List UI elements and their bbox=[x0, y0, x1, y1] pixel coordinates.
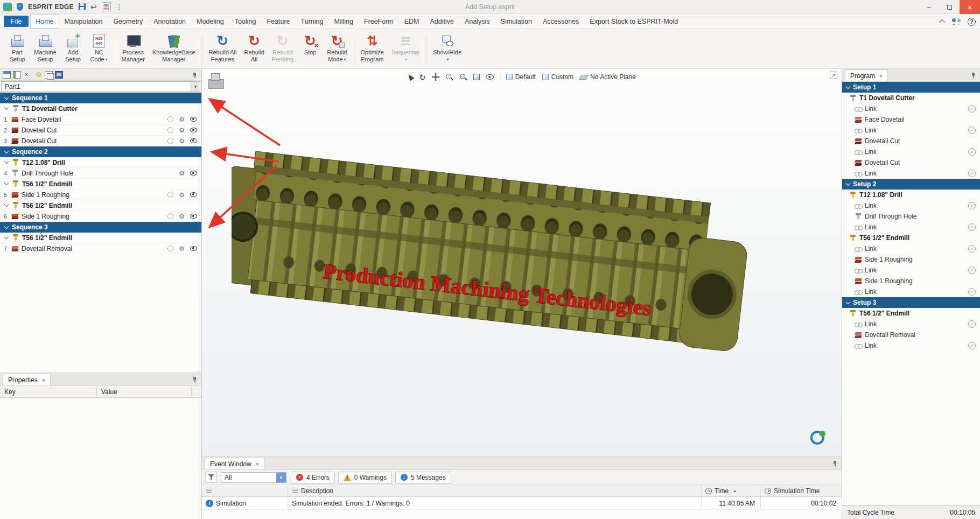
tree-row[interactable]: 3 Dovetail Cut ⚙ bbox=[0, 136, 201, 146]
tree-row[interactable]: 7 Dovetail Removal ⚙ bbox=[0, 243, 201, 254]
chevron-down-icon[interactable] bbox=[4, 106, 9, 110]
program-tree-row[interactable]: Side 1 Roughing ✓ bbox=[842, 276, 980, 286]
ribbon-button[interactable]: Stop ▾ bbox=[297, 31, 323, 68]
eye-icon[interactable] bbox=[190, 214, 197, 219]
menu-tab[interactable]: FreeForm bbox=[359, 14, 399, 29]
close-icon[interactable]: × bbox=[256, 461, 259, 467]
menu-tab[interactable]: Feature bbox=[261, 14, 295, 29]
description-column-header[interactable]: Description bbox=[288, 485, 702, 496]
source-column-header[interactable] bbox=[202, 485, 288, 496]
tolerance-circle-icon[interactable] bbox=[167, 246, 173, 251]
chevron-down-icon[interactable] bbox=[4, 202, 9, 207]
part-3d-model[interactable]: Production Machining Technologies bbox=[232, 132, 781, 369]
viewport-3d[interactable]: ↻ Default Custom No Active Plane bbox=[202, 69, 842, 457]
zoom-icon[interactable] bbox=[445, 73, 453, 81]
pan-icon[interactable] bbox=[432, 73, 439, 81]
close-view-icon[interactable]: × bbox=[23, 71, 30, 79]
gear-icon[interactable]: ⚙ bbox=[179, 138, 185, 144]
program-tree-row[interactable]: Side 1 Roughing ✓ bbox=[842, 254, 980, 265]
ribbon-button[interactable]: Rebuild Pending▾ bbox=[268, 31, 297, 68]
program-tree-row[interactable]: Setup 3 ✓ bbox=[842, 297, 980, 308]
close-icon[interactable]: × bbox=[42, 377, 45, 383]
pin-icon[interactable] bbox=[832, 460, 838, 467]
ribbon-button[interactable]: ▾ bbox=[115, 34, 115, 65]
ribbon-button[interactable]: Rebuild Mode▾ bbox=[323, 31, 351, 68]
ribbon-button[interactable]: ▾ bbox=[202, 34, 202, 65]
menu-tab[interactable]: Home bbox=[30, 14, 59, 29]
program-tree-row[interactable]: Link ✓ bbox=[842, 340, 980, 351]
chevron-down-icon[interactable]: ▾ bbox=[191, 82, 200, 92]
menu-tab[interactable]: Export Stock to ESPRIT-Mold bbox=[584, 14, 683, 29]
check-icon[interactable]: ✓ bbox=[968, 170, 976, 177]
rotate-view-icon[interactable]: ↻ bbox=[419, 73, 426, 81]
pin-icon[interactable] bbox=[971, 72, 976, 79]
program-tree-row[interactable]: Setup 2 ✓ bbox=[842, 179, 980, 190]
menu-tab[interactable]: Accessories bbox=[537, 14, 584, 29]
undo-icon[interactable]: ↩ bbox=[90, 3, 97, 11]
check-icon[interactable]: ✓ bbox=[968, 245, 976, 253]
select-cursor-icon[interactable] bbox=[407, 73, 415, 81]
menu-tab[interactable]: Modeling bbox=[191, 14, 229, 29]
eye-icon[interactable] bbox=[190, 117, 197, 122]
check-icon[interactable]: ✓ bbox=[968, 288, 976, 296]
program-tree-row[interactable]: T56 1/2" Endmill ✓ bbox=[842, 233, 980, 243]
menu-tab[interactable]: Turning bbox=[296, 14, 329, 29]
menu-tab[interactable]: Geometry bbox=[108, 14, 148, 29]
check-icon[interactable]: ✓ bbox=[968, 127, 976, 134]
ribbon-button[interactable]: ▾ bbox=[426, 34, 426, 65]
features-view-icon[interactable] bbox=[13, 71, 21, 79]
program-tree-row[interactable]: Drill Through Hole ✓ bbox=[842, 211, 980, 222]
program-tree-row[interactable]: Link ✓ bbox=[842, 243, 980, 254]
gear-icon[interactable]: ⚙ bbox=[179, 192, 185, 198]
gear-icon[interactable]: ⚙ bbox=[179, 127, 185, 134]
program-tree-row[interactable]: Link ✓ bbox=[842, 286, 980, 297]
tree-row[interactable]: 4 Drill Through Hole ⚙ bbox=[0, 168, 201, 179]
chevron-down-icon[interactable] bbox=[4, 159, 9, 164]
ribbon-button[interactable]: N35 N40 NC Code▾ bbox=[86, 31, 112, 68]
chevron-down-icon[interactable] bbox=[4, 95, 9, 99]
ribbon-button[interactable]: Show/Hide ▾ bbox=[429, 31, 465, 68]
save-icon[interactable] bbox=[79, 3, 86, 10]
eye-icon[interactable] bbox=[190, 138, 197, 143]
tab-properties[interactable]: Properties × bbox=[3, 374, 51, 385]
tree-row[interactable]: T12 1.08" Drill ⚙ bbox=[0, 157, 201, 168]
event-filter-select[interactable]: All ▾ bbox=[221, 472, 286, 483]
maximize-button[interactable] bbox=[939, 0, 960, 14]
tools-view-icon[interactable]: ⚙ bbox=[34, 71, 43, 79]
ribbon-button[interactable]: Optimize Program▾ bbox=[357, 31, 388, 68]
event-filter-badge[interactable]: 0 Warnings bbox=[338, 472, 392, 483]
tree-row[interactable]: Sequence 2 ⚙ bbox=[0, 146, 201, 157]
ribbon-button[interactable]: Machine Setup▾ bbox=[30, 31, 60, 68]
visibility-icon[interactable] bbox=[486, 74, 494, 80]
check-icon[interactable]: ✓ bbox=[968, 342, 976, 349]
tree-row[interactable]: Sequence 3 ⚙ bbox=[0, 222, 201, 233]
machine-view-icon[interactable] bbox=[55, 71, 63, 79]
chevron-down-icon[interactable] bbox=[846, 181, 850, 185]
ribbon-button[interactable]: Part Setup▾ bbox=[4, 31, 30, 68]
tree-row[interactable]: 5 Side 1 Roughing ⚙ bbox=[0, 190, 201, 200]
tolerance-circle-icon[interactable] bbox=[167, 127, 173, 133]
simulation-time-column-header[interactable]: Simulation Time bbox=[761, 485, 842, 496]
menu-tab[interactable]: EDM bbox=[399, 14, 425, 29]
users-icon[interactable] bbox=[951, 18, 961, 25]
time-column-header[interactable]: Time▲ bbox=[702, 485, 761, 496]
copy-view-icon[interactable] bbox=[45, 71, 53, 79]
ribbon-button[interactable]: Rebuild All▾ bbox=[241, 31, 268, 68]
part-selector[interactable]: Part1 ▾ bbox=[1, 81, 200, 92]
program-tree-row[interactable]: T1 Dovetail Cutter ✓ bbox=[842, 93, 980, 103]
tolerance-circle-icon[interactable] bbox=[167, 138, 173, 144]
menu-tab[interactable]: File bbox=[4, 16, 29, 27]
check-icon[interactable]: ✓ bbox=[968, 223, 976, 231]
machine-indicator-icon[interactable] bbox=[208, 73, 226, 88]
tab-event-window[interactable]: Event Window × bbox=[205, 458, 264, 469]
gear-icon[interactable]: ⚙ bbox=[179, 246, 185, 252]
chevron-down-icon[interactable] bbox=[4, 181, 9, 185]
tree-row[interactable]: 2 Dovetail Cut ⚙ bbox=[0, 125, 201, 136]
menu-tab[interactable]: Annotation bbox=[148, 14, 191, 29]
tab-program[interactable]: Program × bbox=[845, 69, 888, 81]
check-icon[interactable]: ✓ bbox=[968, 266, 976, 274]
workplan-view-icon[interactable] bbox=[3, 71, 11, 79]
program-tree-row[interactable]: Link ✓ bbox=[842, 146, 980, 157]
chevron-down-icon[interactable] bbox=[4, 149, 9, 153]
chevron-down-icon[interactable]: ▾ bbox=[276, 473, 286, 482]
